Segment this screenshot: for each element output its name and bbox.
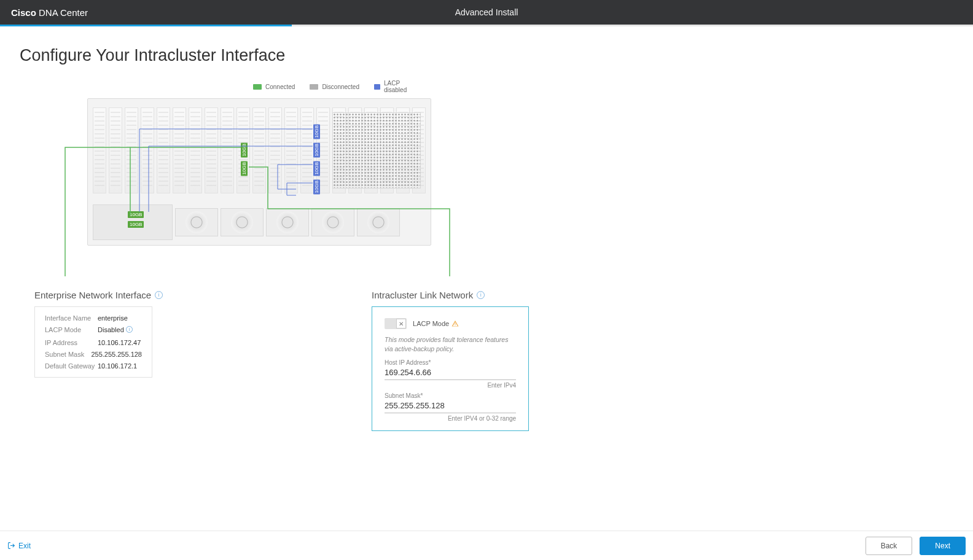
- legend-lacp: LACP disabled: [374, 80, 413, 93]
- lacp-description: This mode provides fault tolerance featu…: [385, 335, 516, 353]
- subnet-label: Subnet Mask*: [385, 392, 516, 399]
- next-button[interactable]: Next: [920, 537, 966, 555]
- swatch-green: [253, 84, 262, 90]
- lacp-mode-label: LACP Mode: [413, 320, 449, 327]
- host-ip-input[interactable]: [385, 366, 516, 380]
- intracluster-form: ✕ LACP Mode This mode provides fault tol…: [372, 306, 529, 431]
- row-value: 10.106.172.47: [98, 339, 141, 346]
- fan: [266, 208, 309, 236]
- progress-fill: [0, 25, 292, 26]
- row-label: Subnet Mask: [45, 351, 91, 358]
- row-label: Default Gateway: [45, 362, 98, 370]
- close-icon: ✕: [396, 319, 406, 329]
- row-value: 10.106.172.1: [98, 362, 137, 370]
- legend-connected: Connected: [253, 80, 295, 93]
- port-tag-blue: 10GB: [313, 142, 320, 157]
- port-tag-green: 10GB: [241, 142, 248, 157]
- host-ip-label: Host IP Address*: [385, 359, 516, 366]
- fan: [311, 208, 354, 236]
- row-label: LACP Mode: [45, 326, 98, 335]
- info-icon[interactable]: i: [126, 326, 133, 333]
- info-icon[interactable]: i: [155, 291, 163, 299]
- fan: [357, 208, 400, 236]
- brand: Cisco DNA Center: [11, 7, 88, 18]
- row-value: Disabled: [98, 326, 124, 335]
- host-ip-hint: Enter IPv4: [385, 382, 516, 389]
- port-tag-green: 10GB: [241, 161, 248, 176]
- legend-disconnected: Disconnected: [310, 80, 359, 93]
- install-mode: Advanced Install: [455, 7, 518, 17]
- fan: [221, 208, 264, 236]
- exit-label: Exit: [18, 542, 31, 550]
- fan: [175, 208, 218, 236]
- brand-rest: DNA Center: [36, 7, 88, 18]
- info-icon[interactable]: i: [477, 291, 485, 299]
- exit-icon: [7, 542, 15, 550]
- back-button[interactable]: Back: [866, 537, 913, 555]
- swatch-grey: [310, 84, 318, 90]
- warning-icon: [451, 320, 459, 327]
- vent: [332, 112, 421, 189]
- enterprise-info-box: Interface Nameenterprise LACP ModeDisabl…: [34, 306, 152, 378]
- subnet-input[interactable]: [385, 399, 516, 413]
- lacp-toggle[interactable]: ✕: [385, 318, 407, 329]
- row-value: enterprise: [98, 314, 128, 322]
- page-title: Configure Your Intracluster Interface: [20, 46, 973, 65]
- row-value: 255.255.255.128: [91, 351, 142, 358]
- port-tag-blue: 10GB: [313, 179, 320, 194]
- intracluster-heading: Intracluster Link Network: [372, 290, 473, 300]
- intracluster-section: Intracluster Link Network i ✕ LACP Mode …: [372, 290, 529, 431]
- footer: Exit Back Next: [0, 531, 973, 560]
- enterprise-heading: Enterprise Network Interface: [34, 290, 151, 300]
- row-label: IP Address: [45, 339, 98, 346]
- brand-bold: Cisco: [11, 7, 36, 18]
- swatch-blue: [374, 84, 380, 90]
- port-tag-blue: 10GB: [313, 124, 320, 139]
- port-tag-blue: 10GB: [313, 161, 320, 176]
- port-tag-green-h: 10GB: [128, 221, 144, 228]
- exit-link[interactable]: Exit: [7, 542, 31, 550]
- topbar: Cisco DNA Center Advanced Install: [0, 0, 973, 25]
- row-label: Interface Name: [45, 314, 98, 322]
- progress-bar: [0, 25, 973, 26]
- port-tag-green-h: 10GB: [128, 211, 144, 218]
- enterprise-section: Enterprise Network Interface i Interface…: [34, 290, 163, 431]
- legend: Connected Disconnected LACP disabled: [253, 80, 413, 93]
- subnet-hint: Enter IPV4 or 0-32 range: [385, 415, 516, 422]
- server-diagram: 10GB 10GB 10GB 10GB 10GB 10GB 10GB 10GB: [44, 98, 536, 282]
